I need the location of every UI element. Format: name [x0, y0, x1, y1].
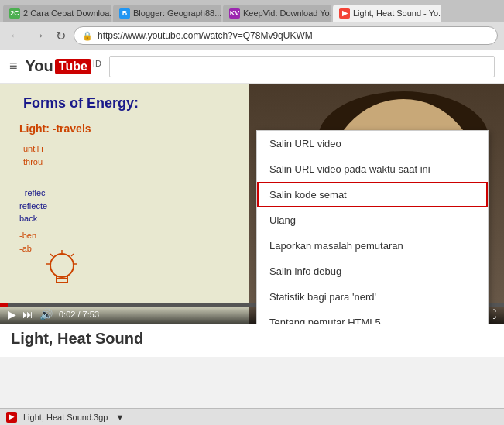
- play-button[interactable]: ▶: [8, 308, 16, 320]
- search-input[interactable]: [109, 56, 495, 77]
- tab-2[interactable]: B Blogger: Geograph88... ✕: [113, 5, 221, 22]
- tab-2-label: Blogger: Geograph88...: [133, 9, 221, 18]
- video-area[interactable]: Forms of Energy: Light: -travels until i…: [0, 84, 504, 324]
- status-dropdown[interactable]: ▼: [115, 413, 124, 422]
- address-text: https://www.youtube.com/watch?v=Q78Mv9qU…: [98, 30, 313, 41]
- wb-line8: back: [19, 214, 37, 223]
- tab-4-label: Light, Heat Sound - Yo...: [353, 9, 441, 18]
- status-favicon: ▶: [6, 412, 17, 423]
- wb-line4: throu: [23, 157, 43, 166]
- logo-id: ID: [93, 59, 101, 68]
- wb-line2: Light: -travels: [19, 122, 91, 135]
- menu-copy-embed[interactable]: Salin kode semat: [257, 182, 488, 207]
- tab-4[interactable]: ▶ Light, Heat Sound - Yo... ✕: [333, 5, 441, 22]
- status-bar: ▶ Light, Heat Sound.3gp ▼: [0, 408, 504, 425]
- wb-line3: until i: [23, 144, 43, 153]
- address-input[interactable]: 🔒 https://www.youtube.com/watch?v=Q78Mv9…: [74, 26, 498, 45]
- address-bar: ← → ↻ 🔒 https://www.youtube.com/watch?v=…: [0, 22, 504, 50]
- tab-3-label: KeepVid: Download Yo...: [243, 9, 331, 18]
- wb-line7: reflecte: [19, 201, 47, 211]
- video-title: Light, Heat Sound: [11, 330, 493, 348]
- youtube-header: ≡ YouTubeID: [0, 50, 504, 84]
- status-text: Light, Heat Sound.3gp: [23, 413, 108, 422]
- bulb-drawing: [43, 250, 81, 296]
- forward-button[interactable]: →: [29, 27, 48, 44]
- browser-chrome: 2C 2 Cara Cepat Downloa... ✕ B Blogger: …: [0, 0, 504, 50]
- back-button[interactable]: ←: [6, 27, 25, 44]
- svg-point-0: [50, 254, 74, 277]
- wb-line10: -ab: [19, 244, 32, 253]
- menu-copy-url[interactable]: Salin URL video: [257, 131, 488, 156]
- menu-debug[interactable]: Salin info debug: [257, 259, 488, 284]
- menu-loop[interactable]: Ulang: [257, 207, 488, 233]
- menu-html5[interactable]: Tentang pemutar HTML5: [257, 310, 488, 324]
- logo-you: You: [26, 57, 53, 75]
- whiteboard-area: Forms of Energy: Light: -travels until i…: [0, 84, 255, 324]
- menu-copy-url-time[interactable]: Salin URL video pada waktu saat ini: [257, 156, 488, 182]
- svg-line-8: [50, 254, 53, 256]
- progress-fill: [0, 303, 8, 307]
- context-menu: Salin URL video Salin URL video pada wak…: [256, 130, 489, 324]
- wb-line9: -ben: [19, 231, 36, 240]
- reload-button[interactable]: ↻: [53, 27, 69, 45]
- video-time: 0:02 / 7:53: [59, 310, 99, 319]
- wb-line1: Forms of Energy:: [23, 95, 139, 111]
- logo-tube: Tube: [55, 59, 91, 74]
- wb-line6: - reflec: [19, 188, 46, 197]
- tab-1-favicon: 2C: [9, 8, 20, 19]
- lock-icon: 🔒: [82, 31, 93, 41]
- volume-button[interactable]: 🔊: [39, 308, 53, 320]
- tab-1-label: 2 Cara Cepat Downloa...: [23, 9, 111, 18]
- tab-2-favicon: B: [119, 8, 130, 19]
- tab-1[interactable]: 2C 2 Cara Cepat Downloa... ✕: [3, 5, 111, 22]
- below-video: Light, Heat Sound: [0, 324, 504, 357]
- skip-button[interactable]: ⏭: [22, 308, 33, 320]
- tab-4-favicon: ▶: [339, 8, 350, 19]
- menu-report[interactable]: Laporkan masalah pemutaran: [257, 233, 488, 259]
- svg-line-6: [71, 254, 74, 256]
- tab-3-favicon: KV: [229, 8, 240, 19]
- tab-bar: 2C 2 Cara Cepat Downloa... ✕ B Blogger: …: [0, 0, 504, 22]
- tab-3[interactable]: KV KeepVid: Download Yo... ✕: [223, 5, 331, 22]
- hamburger-menu[interactable]: ≡: [9, 58, 18, 74]
- youtube-logo[interactable]: YouTubeID: [26, 57, 101, 75]
- menu-stats[interactable]: Statistik bagi para 'nerd': [257, 284, 488, 310]
